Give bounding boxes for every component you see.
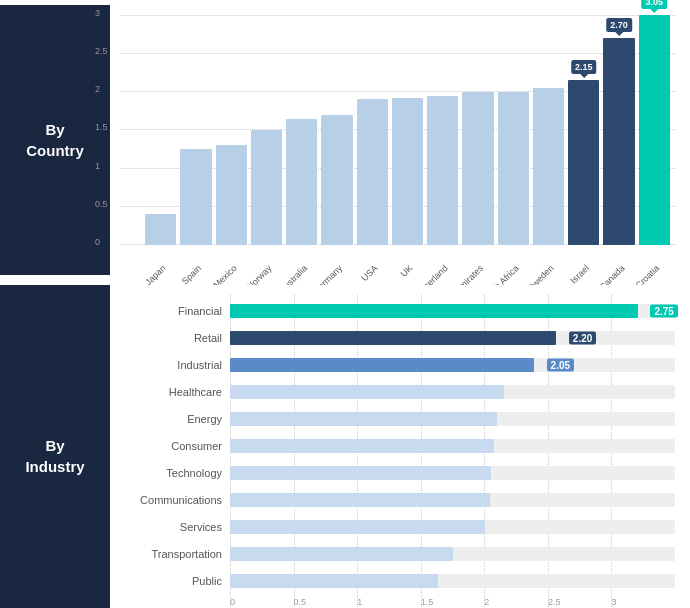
bar-group: Germany — [321, 15, 352, 245]
h-bar-track — [230, 520, 675, 534]
h-bar-track — [230, 412, 675, 426]
by-country-section: ByCountry 32.521.510.50JapanSpainMexicoN… — [0, 5, 690, 275]
bar-value-label: 2.15 — [571, 60, 597, 74]
bar-group: 2.15Israel — [568, 15, 599, 245]
bar-country-label: Israel — [568, 263, 591, 286]
h-bar-row: Technology — [120, 462, 675, 484]
bar-value-label: 3.05 — [642, 0, 668, 9]
bar-group: United Arab Emirates — [462, 15, 493, 245]
h-bar-value: 2.75 — [650, 305, 677, 318]
h-bar-track: 2.20 — [230, 331, 675, 345]
h-bar-row: Services — [120, 516, 675, 538]
h-bar-row: Public — [120, 570, 675, 592]
h-bar-track — [230, 574, 675, 588]
h-bar-fill — [230, 385, 504, 399]
bar — [180, 149, 211, 245]
h-bar-row: Communications — [120, 489, 675, 511]
h-bar-track: 2.05 — [230, 358, 675, 372]
h-bar-value: 2.05 — [547, 359, 574, 372]
bar-group: Australia — [286, 15, 317, 245]
bar — [533, 88, 564, 245]
h-bar-track — [230, 466, 675, 480]
h-bar-row: Transportation — [120, 543, 675, 565]
h-bar-label: Services — [120, 521, 230, 533]
h-bar-label: Consumer — [120, 440, 230, 452]
bar-group: Spain — [180, 15, 211, 245]
bar-group: Mexico — [216, 15, 247, 245]
bar: 2.15 — [568, 80, 599, 245]
h-bar-label: Retail — [120, 332, 230, 344]
h-bar-fill: 2.75 — [230, 304, 638, 318]
h-bar-fill — [230, 520, 485, 534]
bars-container: JapanSpainMexicoNorwayAustraliaGermanyUS… — [145, 15, 670, 245]
h-bar-label: Energy — [120, 413, 230, 425]
h-bar-fill — [230, 466, 491, 480]
bar — [427, 96, 458, 246]
h-bar-fill — [230, 574, 438, 588]
bar-group: Japan — [145, 15, 176, 245]
h-bar-track — [230, 385, 675, 399]
bar — [462, 92, 493, 245]
bar — [145, 214, 176, 245]
h-bar-fill: 2.05 — [230, 358, 534, 372]
h-bar-track — [230, 439, 675, 453]
bar — [498, 92, 529, 245]
bar-group: Norway — [251, 15, 282, 245]
grid-label: 3 — [95, 8, 100, 18]
bar — [357, 99, 388, 245]
bar — [321, 115, 352, 245]
grid-label: 0.5 — [95, 199, 108, 209]
section-label-industry: ByIndustry — [0, 285, 110, 608]
grid-label: 1.5 — [95, 122, 108, 132]
h-bar-label: Communications — [120, 494, 230, 506]
bar-group: Switzerland — [427, 15, 458, 245]
grid-label: 1 — [95, 161, 100, 171]
h-bar-fill — [230, 412, 497, 426]
h-bar-label: Industrial — [120, 359, 230, 371]
h-bar-label: Transportation — [120, 548, 230, 560]
h-x-axis: 00.511.522.53 — [120, 597, 675, 607]
bar: 3.05 — [639, 15, 670, 245]
h-bar-label: Healthcare — [120, 386, 230, 398]
bar-country-label: UK — [399, 263, 415, 279]
h-bar-label: Financial — [120, 305, 230, 317]
bar — [286, 119, 317, 246]
h-bar-track: 2.75 — [230, 304, 675, 318]
bar-country-label: USA — [359, 263, 379, 283]
h-bar-row: Financial2.75 — [120, 300, 675, 322]
grid-label: 0 — [95, 237, 100, 247]
grid-label: 2.5 — [95, 46, 108, 56]
h-bar-fill — [230, 439, 494, 453]
h-x-tick: 2.5 — [548, 597, 612, 607]
h-bar-track — [230, 493, 675, 507]
bar-group: South Africa — [498, 15, 529, 245]
h-bar-row: Consumer — [120, 435, 675, 457]
industry-chart-area: Financial2.75Retail2.20Industrial2.05Hea… — [110, 285, 690, 608]
by-industry-section: ByIndustry Financial2.75Retail2.20Indust… — [0, 285, 690, 608]
bar-group: UK — [392, 15, 423, 245]
country-chart-area: 32.521.510.50JapanSpainMexicoNorwayAustr… — [110, 5, 690, 275]
h-bar-fill — [230, 493, 490, 507]
bar-group: 2.70Canada — [603, 15, 634, 245]
h-x-tick: 0.5 — [294, 597, 358, 607]
section-label-country: ByCountry — [0, 5, 110, 275]
h-bar-track — [230, 547, 675, 561]
h-bar-fill: 2.20 — [230, 331, 556, 345]
h-x-tick: 0 — [230, 597, 294, 607]
h-x-tick: 1 — [357, 597, 421, 607]
h-bar-row: Retail2.20 — [120, 327, 675, 349]
bar-country-label: Japan — [143, 263, 167, 287]
bar-group: 3.05Croatia — [639, 15, 670, 245]
h-bar-label: Technology — [120, 467, 230, 479]
h-bar-row: Energy — [120, 408, 675, 430]
h-x-tick: 2 — [484, 597, 548, 607]
bar-group: USA — [357, 15, 388, 245]
bar-value-label: 2.70 — [606, 18, 632, 32]
h-bar-fill — [230, 547, 453, 561]
h-bar-row: Healthcare — [120, 381, 675, 403]
bar — [251, 130, 282, 245]
vertical-bar-chart: 32.521.510.50JapanSpainMexicoNorwayAustr… — [120, 15, 675, 275]
h-x-tick: 1.5 — [421, 597, 485, 607]
bar-country-label: Spain — [180, 263, 203, 286]
bar: 2.70 — [603, 38, 634, 245]
